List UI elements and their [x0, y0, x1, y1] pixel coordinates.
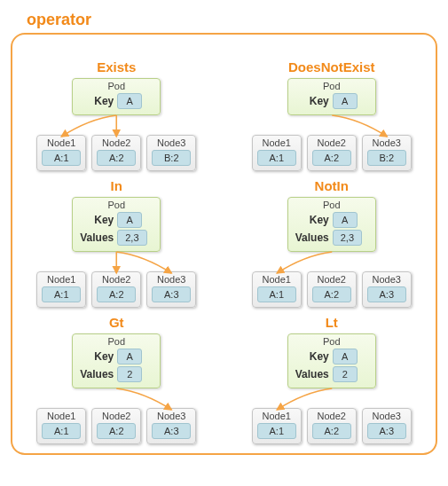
node-value: A:1: [257, 423, 296, 439]
operator-title: Exists: [97, 59, 136, 74]
pod-box: PodKeyAValues2: [287, 333, 376, 388]
node-row: Node1A:1Node2A:2Node3A:3: [36, 271, 196, 308]
values-label: Values: [294, 231, 329, 244]
node-box: Node1A:1: [252, 408, 302, 444]
node-value: A:1: [42, 150, 81, 166]
node-box: Node3A:3: [146, 271, 196, 308]
operator-title: NotIn: [315, 178, 349, 193]
values-value: 2: [333, 366, 358, 382]
node-box: Node1A:1: [36, 135, 86, 171]
operator-notin: NotInPodKeyAValues2,3Node1A:1Node2A:2Nod…: [235, 178, 429, 308]
node-box: Node3B:2: [362, 135, 412, 171]
operator-title: Gt: [109, 315, 124, 330]
node-row: Node1A:1Node2A:2Node3A:3: [252, 271, 412, 308]
pod-header: Pod: [294, 336, 370, 347]
values-label: Values: [78, 231, 114, 244]
operator-lt: LtPodKeyAValues2Node1A:1Node2A:2Node3A:3: [235, 315, 429, 444]
node-box: Node1A:1: [36, 408, 86, 444]
key-label: Key: [78, 95, 114, 107]
node-header: Node1: [257, 274, 296, 285]
node-value: A:1: [42, 286, 81, 302]
node-header: Node1: [257, 411, 296, 421]
node-header: Node2: [97, 411, 136, 421]
node-box: Node3B:2: [146, 135, 196, 171]
node-box: Node2A:2: [307, 408, 357, 444]
values-value: 2,3: [117, 230, 146, 246]
node-value: A:3: [152, 286, 191, 302]
node-row: Node1A:1Node2A:2Node3B:2: [36, 135, 196, 171]
node-box: Node2A:2: [91, 135, 141, 171]
key-value: A: [117, 349, 142, 364]
key-value: A: [333, 212, 358, 228]
key-label: Key: [294, 214, 329, 226]
key-label: Key: [78, 350, 114, 363]
node-box: Node2A:2: [307, 135, 357, 171]
pod-header: Pod: [78, 336, 154, 347]
operator-title: Lt: [326, 315, 338, 330]
pod-header: Pod: [78, 81, 154, 91]
node-header: Node3: [152, 274, 191, 285]
pod-header: Pod: [294, 200, 370, 210]
node-value: A:2: [312, 423, 351, 439]
pod-box: PodKeyAValues2,3: [72, 197, 161, 252]
pod-box: PodKeyA: [287, 78, 376, 115]
node-value: A:2: [97, 423, 136, 439]
values-value: 2: [117, 366, 142, 382]
node-header: Node3: [367, 411, 406, 421]
node-header: Node3: [367, 137, 406, 148]
node-box: Node1A:1: [252, 271, 302, 308]
values-label: Values: [78, 368, 114, 380]
node-header: Node2: [97, 274, 136, 285]
key-label: Key: [78, 214, 114, 226]
values-value: 2,3: [333, 230, 362, 246]
node-header: Node3: [367, 274, 406, 285]
operator-title: In: [111, 178, 122, 193]
operator-doesnotexist: DoesNotExistPodKeyANode1A:1Node2A:2Node3…: [235, 59, 429, 171]
node-box: Node2A:2: [307, 271, 357, 308]
node-value: B:2: [152, 150, 191, 166]
node-value: A:1: [257, 150, 296, 166]
pod-header: Pod: [78, 200, 154, 210]
operator-gt: GtPodKeyAValues2Node1A:1Node2A:2Node3A:3: [20, 315, 214, 444]
node-box: Node3A:3: [362, 408, 412, 444]
values-label: Values: [294, 368, 329, 380]
node-box: Node1A:1: [36, 271, 86, 308]
node-header: Node2: [312, 411, 351, 421]
node-box: Node3A:3: [362, 271, 412, 308]
node-value: B:2: [367, 150, 406, 166]
pod-box: PodKeyA: [72, 78, 161, 115]
node-box: Node1A:1: [252, 135, 302, 171]
pod-box: PodKeyAValues2: [72, 333, 161, 388]
node-value: A:3: [367, 423, 406, 439]
node-row: Node1A:1Node2A:2Node3A:3: [252, 408, 412, 444]
node-value: A:2: [312, 286, 351, 302]
key-label: Key: [294, 95, 329, 107]
node-header: Node1: [257, 137, 296, 148]
operator-frame: ExistsPodKeyANode1A:1Node2A:2Node3B:2Doe…: [11, 33, 437, 455]
node-header: Node1: [42, 411, 81, 421]
key-label: Key: [294, 350, 329, 363]
key-value: A: [117, 93, 142, 109]
pod-header: Pod: [294, 81, 370, 91]
node-box: Node2A:2: [91, 408, 141, 444]
node-box: Node3A:3: [146, 408, 196, 444]
node-value: A:3: [152, 423, 191, 439]
pod-box: PodKeyAValues2,3: [287, 197, 376, 252]
node-header: Node2: [312, 137, 351, 148]
node-row: Node1A:1Node2A:2Node3A:3: [36, 408, 196, 444]
node-header: Node2: [312, 274, 351, 285]
operator-exists: ExistsPodKeyANode1A:1Node2A:2Node3B:2: [20, 59, 214, 171]
node-header: Node1: [42, 137, 81, 148]
node-header: Node2: [97, 137, 136, 148]
key-value: A: [333, 349, 358, 364]
key-value: A: [333, 93, 358, 109]
node-value: A:2: [97, 150, 136, 166]
node-value: A:3: [367, 286, 406, 302]
node-row: Node1A:1Node2A:2Node3B:2: [252, 135, 412, 171]
node-value: A:1: [257, 286, 296, 302]
diagram-title: operator: [27, 11, 437, 29]
key-value: A: [117, 212, 142, 228]
operator-in: InPodKeyAValues2,3Node1A:1Node2A:2Node3A…: [20, 178, 214, 308]
operator-title: DoesNotExist: [288, 59, 375, 74]
node-value: A:2: [312, 150, 351, 166]
